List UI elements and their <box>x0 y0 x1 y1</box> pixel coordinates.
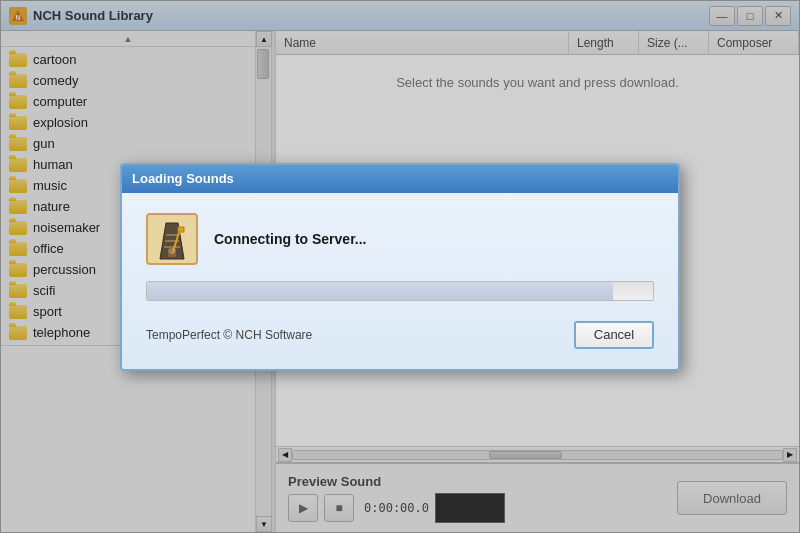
dialog-footer: TempoPerfect © NCH Software Cancel <box>146 321 654 349</box>
cancel-button[interactable]: Cancel <box>574 321 654 349</box>
modal-overlay: Loading Sounds <box>0 0 800 533</box>
dialog-title-bar: Loading Sounds <box>122 165 678 193</box>
metronome-icon <box>146 213 198 265</box>
dialog-body: Connecting to Server... TempoPerfect © N… <box>122 193 678 369</box>
dialog-message-row: Connecting to Server... <box>146 213 654 265</box>
loading-dialog: Loading Sounds <box>120 163 680 371</box>
progress-bar-fill <box>147 282 613 300</box>
svg-point-9 <box>168 248 176 254</box>
dialog-message-text: Connecting to Server... <box>214 231 366 247</box>
svg-rect-7 <box>178 227 184 232</box>
dialog-title: Loading Sounds <box>132 171 234 186</box>
progress-bar-container <box>146 281 654 301</box>
copyright-text: TempoPerfect © NCH Software <box>146 328 312 342</box>
